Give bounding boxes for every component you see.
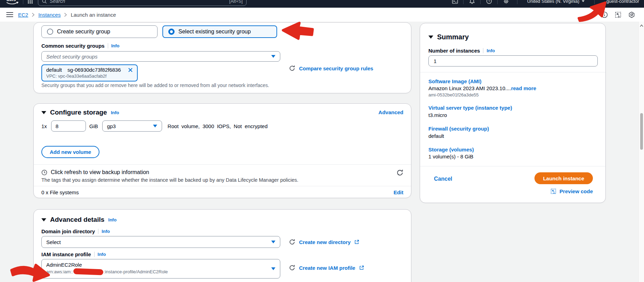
configure-storage-card: Configure storage Info Advanced 1x GiB g… [33,103,411,198]
radio-select-existing-security-group[interactable]: Select existing security group [162,25,277,38]
svg-text:?: ? [488,0,490,3]
help-button[interactable]: ? [482,0,496,4]
volume-size-input[interactable] [51,120,86,132]
radio-selected-icon[interactable] [168,29,175,35]
root-volume-row: 1x GiB gp3 Root volume, 3000 IOPS, Not e… [41,120,268,132]
radio-unselected-icon[interactable] [47,29,53,35]
launch-instance-button[interactable]: Launch instance [534,172,593,184]
info-link[interactable]: Info [108,217,116,222]
info-circle-icon[interactable] [601,11,608,18]
help-icon: ? [486,0,492,4]
notifications-button[interactable] [465,0,479,4]
section-collapse-icon[interactable] [41,218,46,221]
refresh-icon[interactable] [289,239,295,245]
firewall-link[interactable]: Firewall (security group) [428,126,489,132]
side-nav-toggle[interactable] [6,12,13,17]
search-input[interactable] [50,0,229,4]
refresh-backup-button[interactable] [396,169,403,176]
info-link[interactable]: Info [102,229,110,234]
preview-code-icon [550,188,556,194]
instance-type-value: t3.micro [428,112,447,118]
instance-type-link[interactable]: Virtual server type (instance type) [428,105,512,111]
iam-instance-profile-label: IAM instance profile [41,251,91,257]
label-divider [108,43,108,48]
breadcrumb-current: Launch an instance [71,12,116,18]
header-divider [463,0,464,4]
iam-instance-profile-select[interactable]: AdminEC2Role arn:aws:iam:::instance-prof… [41,259,280,279]
settings-button[interactable] [499,0,513,4]
external-link-icon [359,265,364,270]
main-content: Create security group Select existing se… [0,22,638,282]
info-link[interactable]: Info [111,43,120,48]
scroll-up-arrow[interactable] [640,24,643,27]
refresh-icon[interactable] [289,265,295,271]
ami-id: ami-0532be01f26a3de55 [428,92,479,97]
close-x-icon [128,68,133,72]
software-image-link[interactable]: Software Image (AMI) [428,78,482,84]
volume-unit-label: GiB [89,123,98,129]
scrollbar-thumb[interactable] [640,113,643,150]
feedback-panel-icon[interactable] [615,11,621,18]
aws-logo-icon[interactable]: aws [6,0,19,6]
create-new-directory-link[interactable]: Create new directory [299,239,351,245]
compare-security-group-rules-link[interactable]: Compare security group rules [299,65,373,71]
file-systems-count: 0 x File systems [41,189,79,195]
account-menu[interactable]: guest-contractor [599,0,644,4]
radio-create-security-group[interactable]: Create security group [41,25,158,38]
storage-volumes-link[interactable]: Storage (volumes) [428,147,474,152]
refresh-icon[interactable] [289,65,295,71]
security-group-constraint-text: Security groups that you add or remove h… [41,83,269,88]
breadcrumb-toolbar: EC2 Instances Launch an instance [0,8,644,22]
storage-advanced-link[interactable]: Advanced [378,109,403,115]
gear-icon [503,0,509,4]
cancel-button[interactable]: Cancel [434,176,452,182]
firewall-value: default [428,133,444,139]
volume-description: Root volume, 3000 IOPS, Not encrypted [168,123,268,129]
file-systems-edit-link[interactable]: Edit [394,189,403,195]
info-link[interactable]: Info [98,252,106,257]
region-selector[interactable]: United States (N. Virginia) [522,0,590,4]
header-divider [594,0,595,4]
domain-join-directory-select[interactable]: Select [41,236,280,248]
caret-down-icon [153,125,157,127]
redaction-blob [73,268,104,275]
label-divider [98,229,98,234]
caret-down-icon [582,0,585,2]
common-security-groups-label: Common security groups [41,43,105,49]
token-name: default [46,67,62,73]
volume-type-select[interactable]: gp3 [102,120,162,132]
preview-code-button[interactable]: Preview code [550,188,593,194]
divider [420,166,605,166]
remove-token-button[interactable] [128,68,133,72]
section-collapse-icon[interactable] [41,111,46,114]
number-of-instances-label: Number of instances [428,48,480,54]
number-of-instances-input[interactable] [428,55,598,66]
volume-type-value: gp3 [107,123,116,129]
backup-info-title: Click refresh to view backup information [51,169,149,175]
info-link[interactable]: Info [486,48,495,53]
security-groups-select[interactable]: Select security groups [41,51,280,62]
label-divider [483,48,483,53]
breadcrumb-instances[interactable]: Instances [38,12,61,18]
radio-create-label: Create security group [57,29,110,35]
scrollbar [638,22,644,282]
caret-down-icon [271,55,275,58]
software-image-desc: Amazon Linux 2023 AMI 2023.10....read mo… [428,85,536,91]
create-new-iam-profile-link[interactable]: Create new IAM profile [299,265,355,271]
read-more-link[interactable]: read more [511,85,537,91]
breadcrumb-ec2[interactable]: EC2 [18,12,28,18]
cloudshell-button[interactable] [448,0,462,4]
divider [420,72,605,72]
hex-settings-icon[interactable] [628,11,635,18]
storage-volumes-value: 1 volume(s) - 8 GiB [428,154,473,159]
security-groups-placeholder: Select security groups [46,54,98,60]
add-new-volume-button[interactable]: Add new volume [41,146,99,158]
section-collapse-icon[interactable] [428,36,433,39]
global-search[interactable]: [Alt+S] [38,0,247,6]
search-shortcut: [Alt+S] [229,0,243,4]
breadcrumb: EC2 Instances Launch an instance [18,12,116,18]
breadcrumb-chevron-icon [32,13,35,17]
info-link[interactable]: Info [111,110,119,115]
caret-down-icon [271,241,275,243]
services-grid-icon[interactable] [27,0,33,4]
